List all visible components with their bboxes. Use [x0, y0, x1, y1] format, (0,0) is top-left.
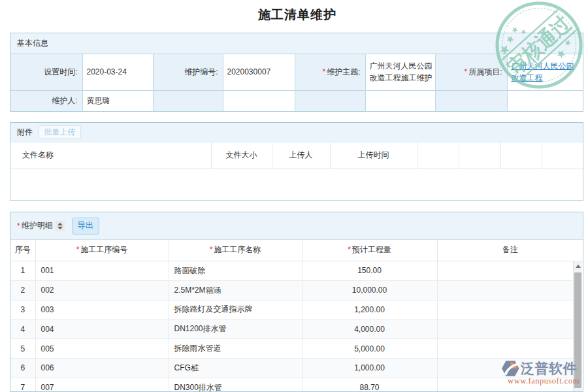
empty-label-cell: [435, 90, 507, 111]
detail-row-2: 20022.5M*2M箱涵10,000.00: [10, 280, 574, 300]
scrollbar-up-arrow[interactable]: [574, 261, 582, 272]
empty-label-cell: [153, 90, 223, 111]
detail-col-seq: 序号: [10, 240, 35, 261]
attachments-panel: 附件 批量上传 文件名称 文件大小 上传人 上传时间: [10, 122, 583, 201]
detail-cell-name: DN1200排水管: [169, 319, 302, 339]
detail-cell-qty: 5,000.00: [302, 339, 437, 359]
detail-cell-seq: 7: [10, 378, 35, 392]
fanpu-logo-icon: [502, 359, 519, 378]
detail-cell-remark: [437, 319, 574, 339]
basic-info-panel: 基本信息 设置时间: 2020-03-24 维护编号: 2020030007 *…: [10, 33, 583, 112]
detail-cell-seq: 2: [10, 280, 35, 300]
attachments-header: 附件 批量上传: [10, 123, 583, 142]
detail-cell-name: 2.5M*2M箱涵: [169, 280, 302, 300]
detail-cell-code: 002: [35, 280, 169, 300]
empty-value-cell: [365, 90, 435, 111]
detail-cell-seq: 4: [10, 319, 35, 339]
page-title: 施工清单维护: [7, 7, 588, 24]
required-asterisk: *: [76, 245, 80, 254]
maintenance-detail-title: 维护明细: [22, 220, 53, 231]
field-label-set-time: 设置时间:: [10, 54, 82, 90]
detail-row-5: 5005拆除雨水管道5,000.00: [10, 339, 574, 359]
attachments-empty-body: [10, 169, 583, 199]
detail-table-header: 序号 *施工工序编号 *施工工序名称 *预计工程量 备注: [10, 240, 583, 261]
field-value-maintain-subject: 广州天河人民公园改造工程施工维护: [365, 54, 435, 90]
detail-cell-code: 001: [35, 261, 169, 281]
detail-row-7: 7007DN300排水管88.70: [10, 378, 574, 392]
required-asterisk: *: [322, 67, 325, 76]
attach-col-file-name: 文件名称: [10, 142, 211, 169]
detail-cell-remark: [437, 339, 574, 359]
required-asterisk: *: [348, 245, 351, 254]
maintenance-detail-panel: * 维护明细 导出 序号 *施工工序编号 *施工工序名称 *预计工程量 备注 1…: [10, 212, 583, 392]
detail-cell-qty: 150.00: [302, 261, 437, 281]
attach-col-empty: [500, 142, 542, 169]
detail-cell-qty: 1,000.00: [302, 358, 437, 378]
attach-col-empty: [417, 142, 459, 169]
batch-upload-button[interactable]: 批量上传: [39, 125, 81, 139]
attach-col-file-size: 文件大小: [211, 142, 272, 169]
detail-cell-name: CFG桩: [169, 358, 302, 378]
detail-table-body: 1001路面破除150.0020022.5M*2M箱涵10,000.003003…: [10, 261, 574, 392]
attach-col-upload-time: 上传时间: [330, 142, 417, 169]
detail-row-6: 6006CFG桩1,000.00: [10, 358, 574, 378]
empty-value-cell: [507, 90, 583, 111]
empty-label-cell: [295, 90, 365, 111]
field-value-maintain-no: 2020030007: [223, 54, 295, 90]
field-label-maintain-no: 维护编号:: [153, 54, 223, 90]
field-label-project: *所属项目:: [435, 54, 507, 90]
detail-col-code: *施工工序编号: [35, 240, 169, 261]
attachments-title: 附件: [17, 127, 33, 138]
basic-info-header: 基本信息: [10, 33, 583, 54]
attachments-table: 文件名称 文件大小 上传人 上传时间: [10, 142, 583, 169]
detail-cell-qty: 1,200.00: [302, 300, 437, 319]
detail-cell-code: 003: [35, 300, 169, 319]
vendor-watermark: 泛普软件 www.fanpusoft.com: [502, 359, 585, 386]
basic-info-table: 设置时间: 2020-03-24 维护编号: 2020030007 *维护主题:…: [10, 54, 583, 111]
export-button[interactable]: 导出: [72, 218, 99, 235]
detail-cell-qty: 10,000.00: [302, 280, 437, 300]
detail-cell-code: 007: [35, 378, 169, 392]
detail-row-1: 1001路面破除150.00: [10, 261, 574, 281]
detail-cell-code: 004: [35, 319, 169, 339]
detail-cell-seq: 6: [10, 358, 35, 378]
required-asterisk: *: [464, 67, 467, 76]
required-asterisk: *: [210, 245, 213, 254]
sort-icon[interactable]: [56, 221, 65, 231]
field-value-maintainer: 黄思璐: [82, 90, 153, 111]
attach-col-empty: [542, 142, 583, 169]
detail-cell-name: 路面破除: [169, 261, 302, 281]
maintenance-detail-header: * 维护明细 导出: [10, 212, 583, 240]
basic-info-title: 基本信息: [17, 38, 48, 49]
detail-cell-remark: [437, 261, 574, 281]
vendor-url-text[interactable]: www.fanpusoft.com: [502, 376, 585, 386]
empty-value-cell: [223, 90, 295, 111]
detail-row-3: 3003拆除路灯及交通指示牌1,200.00: [10, 300, 574, 319]
detail-cell-qty: 4,000.00: [302, 319, 437, 339]
detail-cell-name: 拆除路灯及交通指示牌: [169, 300, 302, 319]
detail-col-quantity: *预计工程量: [302, 240, 437, 261]
detail-cell-code: 006: [35, 358, 169, 378]
detail-cell-remark: [437, 300, 574, 319]
vendor-brand-text: 泛普软件: [521, 359, 577, 378]
detail-cell-seq: 1: [10, 261, 35, 281]
detail-cell-code: 005: [35, 339, 169, 359]
detail-cell-remark: [437, 280, 574, 300]
detail-cell-name: 拆除雨水管道: [169, 339, 302, 359]
detail-cell-qty: 88.70: [302, 378, 437, 392]
detail-cell-seq: 3: [10, 300, 35, 319]
field-label-maintainer: 维护人:: [10, 90, 82, 111]
required-asterisk: *: [17, 221, 20, 231]
field-value-set-time: 2020-03-24: [82, 54, 153, 90]
attach-col-uploader: 上传人: [272, 142, 330, 169]
detail-cell-seq: 5: [10, 339, 35, 359]
detail-cell-name: DN300排水管: [169, 378, 302, 392]
detail-col-remark: 备注: [437, 240, 583, 261]
vendor-brand-row: 泛普软件: [502, 359, 585, 378]
project-link[interactable]: 广州天河人民公园改造工程: [512, 61, 574, 82]
field-value-project: 广州天河人民公园改造工程: [507, 54, 583, 90]
detail-col-name: *施工工序名称: [169, 240, 302, 261]
field-label-maintain-subject: *维护主题:: [295, 54, 365, 90]
detail-row-4: 4004DN1200排水管4,000.00: [10, 319, 574, 339]
attach-col-empty: [459, 142, 500, 169]
